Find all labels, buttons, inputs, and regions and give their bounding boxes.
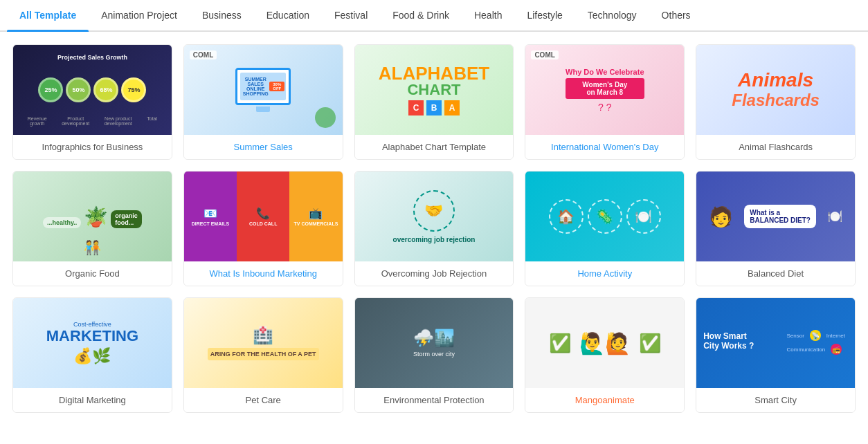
card-label-pet-care: Pet Care: [184, 388, 343, 412]
card-job-rejection[interactable]: 🤝 overcoming job rejection Overcoming Jo…: [354, 171, 514, 286]
card-label-env-protection: Environmental Protection: [355, 388, 514, 412]
template-grid: Projected Sales Growth 25% 50% 68% 75% R…: [0, 32, 868, 425]
card-label-job-rejection: Overcoming Job Rejection: [355, 261, 514, 286]
nav-education[interactable]: Education: [254, 0, 322, 30]
card-inbound-marketing[interactable]: 📧 DIRECT EMAILS 📞 COLD CALL 📺 TV COMMERC…: [183, 171, 343, 286]
coml-badge-womens: COML: [531, 50, 558, 59]
card-label-summer-sales: Summer Sales: [184, 135, 343, 159]
nav-food-drink[interactable]: Food & Drink: [380, 0, 462, 30]
nav-health[interactable]: Health: [462, 0, 514, 30]
card-pet-care[interactable]: 🏥 ARING FOR THE HEALTH OF A PET Pet Care: [183, 297, 343, 413]
card-balanced-diet[interactable]: 🧑 What is aBALANCED DIET? 🍽️ Balanced Di…: [696, 171, 856, 286]
card-label-animals: Animal Flashcards: [696, 135, 855, 159]
nav-all-template[interactable]: All Template: [7, 0, 89, 30]
card-mangoanimate[interactable]: ✅ 🙋‍♂️🙋 ✅ Mangoanimate: [525, 297, 685, 413]
speech-bubble: What is aBALANCED DIET?: [744, 205, 816, 228]
coml-badge: COML: [190, 50, 217, 59]
card-label-infographics: Infographics for Business: [13, 135, 172, 159]
card-alphabet-chart[interactable]: ALAPHABET CHART C B A Alaphabet Chart Te…: [354, 44, 514, 160]
nav-business[interactable]: Business: [190, 0, 254, 30]
card-label-home-activity: Home Activity: [525, 261, 684, 286]
card-womens-day[interactable]: COML Why Do We Celebrate Women's Dayon M…: [525, 44, 685, 160]
card-label-womens-day: International Women's Day: [525, 135, 684, 159]
card-home-activity[interactable]: 🏠 🦠 🍽️ Home Activity: [525, 171, 685, 286]
card-organic-food[interactable]: ...healthy.. 🪴 organicfood... 🧑‍🤝‍🧑 Orga…: [12, 171, 172, 286]
card-label-alphabet: Alaphabet Chart Template: [355, 135, 514, 159]
nav-animation-project[interactable]: Animation Project: [89, 0, 190, 30]
card-animal-flashcards[interactable]: Animals Flashcards Animal Flashcards: [696, 44, 856, 160]
card-label-organic: Organic Food: [13, 261, 172, 286]
card-label-balanced-diet: Balanced Diet: [696, 261, 855, 286]
nav-lifestyle[interactable]: Lifestyle: [514, 0, 575, 30]
card-label-inbound: What Is Inbound Marketing: [184, 261, 343, 286]
card-env-protection[interactable]: ⛈️🏙️ Storm over city Environmental Prote…: [354, 297, 514, 413]
card-label-digital-marketing: Digital Marketing: [13, 388, 172, 412]
card-infographics-business[interactable]: Projected Sales Growth 25% 50% 68% 75% R…: [12, 44, 172, 160]
nav-technology[interactable]: Technology: [575, 0, 649, 30]
category-nav: All Template Animation Project Business …: [0, 0, 868, 32]
card-digital-marketing[interactable]: Cost-effective MARKETING 💰🌿 Digital Mark…: [12, 297, 172, 413]
card-label-mangoanimate: Mangoanimate: [525, 388, 684, 412]
card-summer-sales[interactable]: COML SUMMER SALESONLINE SHOPPING30% OFF …: [183, 44, 343, 160]
card-label-smart-city: Smart City: [696, 388, 855, 412]
animals-visual: Animals Flashcards: [725, 63, 826, 116]
nav-festival[interactable]: Festival: [322, 0, 380, 30]
nav-others[interactable]: Others: [649, 0, 703, 30]
card-smart-city[interactable]: How SmartCity Works ? Sensor 📡 Internet …: [696, 297, 856, 413]
